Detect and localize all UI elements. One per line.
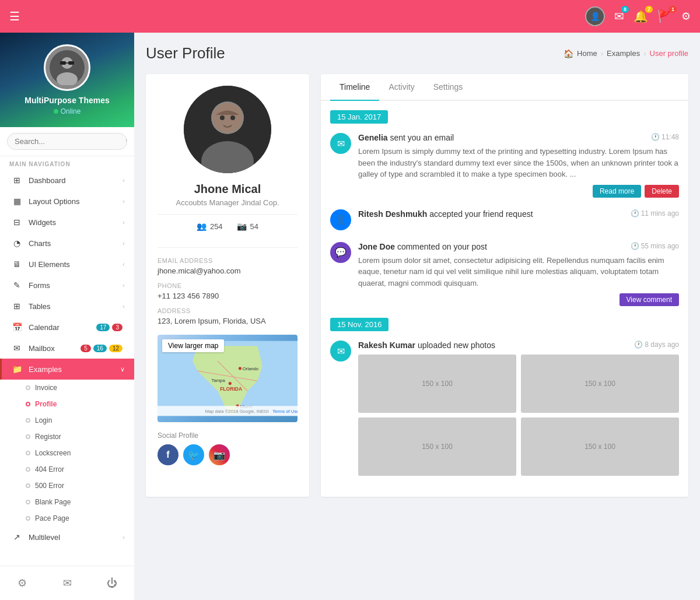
examples-label: Examples (29, 365, 120, 374)
photo-3: 150 x 100 (358, 417, 516, 476)
ui-label: UI Elements (29, 260, 123, 269)
comment-sender: Jone Doe (358, 242, 395, 251)
sidebar-item-login[interactable]: Login (0, 412, 134, 429)
sidebar-status: Online (12, 107, 123, 115)
breadcrumb-sep2: › (643, 49, 646, 58)
mailbox-label: Mailbox (29, 344, 80, 353)
ui-icon: 🖥 (11, 259, 23, 269)
clock-icon4: 🕐 (634, 341, 643, 349)
sidebar-item-register[interactable]: Registor (0, 429, 134, 445)
sidebar-item-examples[interactable]: 📁 Examples ∨ (0, 359, 134, 380)
profile-role: Accoubts Manager Jindal Cop. (158, 198, 298, 207)
topbar-right: 👤 ✉ 8 🔔 7 🚩 1 ⚙ (585, 6, 691, 26)
sidebar-item-invoice[interactable]: Invoice (0, 380, 134, 396)
invoice-label: Invoice (35, 384, 57, 392)
sidebar-item-calendar[interactable]: 📅 Calendar 17 3 (0, 317, 134, 338)
search-button[interactable]: 🔍 (120, 134, 127, 149)
tab-settings[interactable]: Settings (424, 74, 473, 101)
breadcrumb-examples[interactable]: Examples (607, 49, 640, 58)
flags-button[interactable]: 🚩 1 (657, 9, 672, 23)
sidebar-item-charts[interactable]: ◔ Charts ‹ (0, 233, 134, 254)
topbar: ☰ 👤 ✉ 8 🔔 7 🚩 1 ⚙ (0, 0, 700, 33)
photos-action: uploaded new photos (415, 341, 495, 350)
social-icons: f 🐦 📷 (158, 444, 298, 465)
facebook-button[interactable]: f (158, 444, 178, 465)
email-sender: Genelia (358, 133, 388, 142)
timeline-item-email: ✉ Genelia sent you an email 🕐 11:48 (330, 133, 679, 198)
photos-timeline-content: Rakesh Kumar uploaded new photos 🕐 8 day… (358, 341, 679, 476)
photos-header: Rakesh Kumar uploaded new photos 🕐 8 day… (358, 341, 679, 350)
view-comment-button[interactable]: View comment (620, 293, 679, 306)
sidebar-item-tables[interactable]: ⊞ Tables ‹ (0, 296, 134, 317)
hamburger-icon[interactable]: ☰ (9, 9, 20, 23)
sidebar-username: MultiPurpose Themes (12, 96, 123, 105)
photos-sender: Rakesh Kumar (358, 341, 415, 350)
page-title: User Profile (146, 44, 225, 62)
photos-icon: 📷 (237, 222, 247, 231)
map-view-larger-button[interactable]: View larger map (162, 339, 224, 352)
topbar-left: ☰ (9, 9, 20, 23)
tab-activity[interactable]: Activity (379, 74, 424, 101)
sidebar-item-widgets[interactable]: ⊟ Widgets ‹ (0, 212, 134, 233)
widgets-label: Widgets (29, 218, 123, 227)
sidebar-footer: ⚙ ✉ ⏻ (0, 566, 134, 600)
mailbox-badge1: 5 (80, 345, 91, 352)
sidebar-item-404[interactable]: 404 Error (0, 461, 134, 478)
multilevel-label: Multilevel (29, 533, 123, 542)
photo-grid: 150 x 100 150 x 100 150 x 100 150 x 100 (358, 355, 679, 476)
comment-time: 🕐 55 mins ago (631, 242, 679, 250)
sidebar-item-blank[interactable]: Blank Page (0, 494, 134, 510)
calendar-badge1: 17 (96, 324, 110, 331)
logout-footer-button[interactable]: ⏻ (89, 572, 134, 594)
timeline-item-photos: ✉ Rakesh Kumar uploaded new photos 🕐 8 d… (330, 341, 679, 476)
email-value: jhone.mical@yahoo.com (158, 266, 298, 275)
photos-timeline-icon: ✉ (330, 341, 351, 362)
sidebar-item-lockscreen[interactable]: Lockscreen (0, 445, 134, 461)
sidebar-item-layout[interactable]: ▦ Layout Options ‹ (0, 191, 134, 212)
profile-dot (26, 402, 30, 406)
tables-label: Tables (29, 302, 123, 311)
settings-footer-button[interactable]: ⚙ (0, 572, 45, 594)
svg-text:FLORIDA: FLORIDA (220, 386, 242, 392)
tab-timeline[interactable]: Timeline (330, 74, 379, 101)
main-content: User Profile 🏠 Home › Examples › User pr… (134, 33, 700, 600)
dashboard-icon: ⊞ (11, 176, 23, 185)
sidebar-item-multilevel[interactable]: ↗ Multilevel ‹ (0, 527, 134, 548)
sidebar-item-profile[interactable]: Profile (0, 396, 134, 412)
topbar-avatar[interactable]: 👤 (585, 6, 605, 26)
email-action: sent you an email (388, 133, 454, 142)
email-timeline-content: Genelia sent you an email 🕐 11:48 Lorem … (358, 133, 679, 198)
sidebar-item-ui[interactable]: 🖥 UI Elements ‹ (0, 254, 134, 275)
messages-button[interactable]: ✉ 8 (614, 9, 624, 23)
instagram-button[interactable]: 📷 (209, 444, 230, 465)
friend-title: Ritesh Deshmukh accepted your friend req… (358, 209, 533, 219)
twitter-button[interactable]: 🐦 (183, 444, 204, 465)
activity-panel: Timeline Activity Settings 15 Jan. 2017 … (321, 74, 688, 497)
notifications-button[interactable]: 🔔 7 (634, 9, 648, 23)
examples-arrow: ∨ (120, 366, 125, 373)
comment-timeline-icon: 💬 (330, 242, 351, 263)
search-input[interactable] (8, 134, 120, 149)
multilevel-arrow: ‹ (123, 534, 125, 541)
sidebar-item-forms[interactable]: ✎ Forms ‹ (0, 275, 134, 296)
delete-button[interactable]: Delete (645, 185, 679, 198)
map-placeholder: Orlando Tampa FLORIDA Miami Map data ©20… (158, 335, 298, 422)
settings-icon[interactable]: ⚙ (681, 10, 691, 23)
phone-label: Phone (158, 282, 298, 289)
friend-time-value: 11 mins ago (641, 209, 679, 217)
mail-footer-button[interactable]: ✉ (45, 572, 90, 594)
photos-count: 54 (250, 222, 258, 231)
sidebar-search: 🔍 (0, 127, 134, 156)
phone-value: +11 123 456 7890 (158, 292, 298, 300)
sidebar-item-mailbox[interactable]: ✉ Mailbox 5 16 12 (0, 338, 134, 359)
sidebar-item-dashboard[interactable]: ⊞ Dashboard ‹ (0, 170, 134, 191)
date-badge-1: 15 Jan. 2017 (330, 110, 388, 124)
svg-rect-3 (60, 61, 66, 65)
read-more-button[interactable]: Read more (593, 185, 641, 198)
sidebar-item-pace[interactable]: Pace Page (0, 510, 134, 527)
breadcrumb-home[interactable]: Home (577, 49, 597, 58)
messages-badge: 8 (621, 6, 629, 13)
tables-arrow: ‹ (123, 303, 125, 310)
profile-followers-stat: 👥 254 (197, 222, 223, 231)
sidebar-item-500[interactable]: 500 Error (0, 478, 134, 494)
